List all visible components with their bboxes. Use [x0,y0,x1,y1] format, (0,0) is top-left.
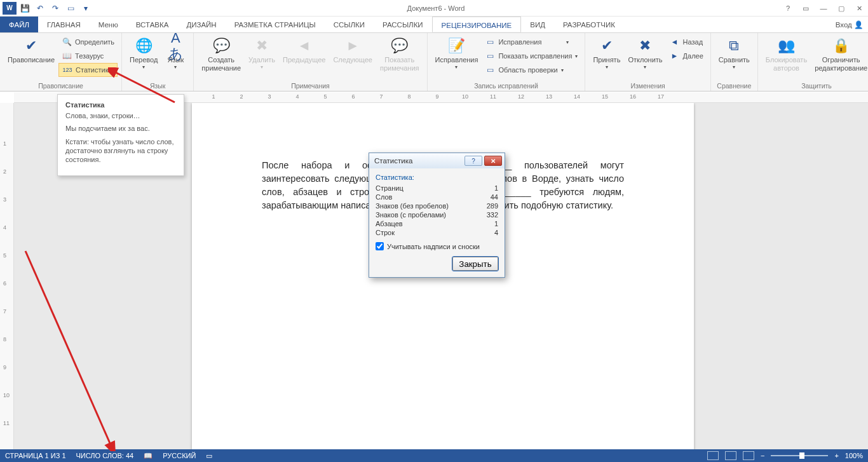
wordcount-tooltip: Статистика Слова, знаки, строки… Мы подс… [57,94,184,176]
view-web-layout-icon[interactable] [743,451,754,460]
zoom-out-button[interactable]: − [761,452,764,459]
new-comment-button[interactable]: 💬Создать примечание [198,34,245,80]
next-comment-icon: ► [342,36,363,56]
word-count-button[interactable]: 123Статистика [58,63,118,77]
status-page[interactable]: СТРАНИЦА 1 ИЗ 1 [5,452,66,459]
qat-dropdown-icon[interactable]: ▾ [79,2,93,15]
dialog-close-x-button[interactable]: ✕ [484,156,502,166]
markup-icon: ▭ [485,51,495,61]
group-compare: ⧉Сравнить▾ Сравнение [711,33,758,91]
tab-menu[interactable]: Меню [90,17,127,32]
minimize-icon[interactable]: — [815,2,832,15]
stat-row: Слов44 [376,193,498,201]
tab-page-layout[interactable]: РАЗМЕТКА СТРАНИЦЫ [226,17,325,32]
ribbon: ✔ Правописание 🔍Определить 📖Тезаурус 123… [0,33,868,92]
tab-review[interactable]: РЕЦЕНЗИРОВАНИЕ [432,17,522,32]
view-read-mode-icon[interactable] [725,451,736,460]
delete-comment-icon: ✖ [252,36,272,56]
reviewing-pane-dropdown[interactable]: ▭Область проверки ▾ [482,63,581,77]
translate-icon: 🌐 [133,36,154,56]
ribbon-tabs: ФАЙЛ ГЛАВНАЯ Меню ВСТАВКА ДИЗАЙН РАЗМЕТК… [0,17,868,33]
tab-file[interactable]: ФАЙЛ [0,17,38,32]
tooltip-line: Мы подсчитаем их за вас. [65,124,176,133]
help-icon[interactable]: ? [779,2,797,15]
define-button[interactable]: 🔍Определить [58,35,118,49]
tab-home[interactable]: ГЛАВНАЯ [38,17,90,32]
tab-developer[interactable]: РАЗРАБОТЧИК [554,17,624,32]
stat-value: 4 [494,229,498,236]
new-doc-icon[interactable]: ▭ [64,2,78,15]
zoom-slider[interactable] [771,455,828,456]
status-macro-icon[interactable]: ▭ [206,452,212,460]
dialog-section-header: Статистика: [376,173,498,181]
compare-icon: ⧉ [724,36,744,56]
stat-row: Страниц1 [376,184,498,193]
accept-icon: ✔ [597,36,617,56]
show-comments-icon: 💬 [390,36,410,56]
maximize-icon[interactable]: ▢ [832,2,850,15]
next-change-button[interactable]: ►Далее [667,49,707,63]
group-label-comments: Примечания [194,81,426,91]
previous-change-button[interactable]: ◄Назад [667,35,707,49]
stat-label: Абзацев [376,220,403,228]
delete-comment-button[interactable]: ✖Удалить▾ [245,34,279,80]
compare-button[interactable]: ⧉Сравнить▾ [715,34,754,80]
dialog-close-button[interactable]: Закрыть [452,257,498,271]
view-print-layout-icon[interactable] [707,451,719,460]
undo-icon[interactable]: ↶ [33,2,47,15]
group-language: 🌐Перевод▾ AあЯзык▾ Язык [122,33,194,91]
tab-view[interactable]: ВИД [521,17,554,32]
tab-mailings[interactable]: РАССЫЛКИ [374,17,432,32]
accept-button[interactable]: ✔Принять▾ [589,34,624,80]
stat-label: Страниц [376,184,403,192]
stat-row: Знаков (с пробелами)332 [376,210,498,219]
save-icon[interactable]: 💾 [18,2,32,15]
restrict-editing-button[interactable]: 🔒Ограничить редактирование [811,34,868,80]
status-word-count[interactable]: ЧИСЛО СЛОВ: 44 [76,452,134,459]
stat-row: Знаков (без пробелов)289 [376,201,498,210]
language-button[interactable]: AあЯзык▾ [161,34,189,80]
include-textboxes-input[interactable] [376,242,384,250]
prev-comment-button[interactable]: ◄Предыдущее [279,34,329,80]
pane-icon: ▭ [485,65,495,75]
show-comments-button[interactable]: 💬Показать примечания [376,34,423,80]
ribbon-options-icon[interactable]: ▭ [797,2,815,15]
close-icon[interactable]: ✕ [850,2,868,15]
window-controls: ? ▭ — ▢ ✕ [779,2,868,15]
language-icon: Aあ [165,36,186,56]
group-comments: 💬Создать примечание ✖Удалить▾ ◄Предыдуще… [194,33,427,91]
dialog-title-text: Статистика [374,157,463,165]
status-proof-icon[interactable]: 📖 [144,452,153,460]
stat-label: Слов [376,193,392,201]
stat-label: Строк [376,229,395,236]
zoom-in-button[interactable]: + [834,452,838,459]
translate-button[interactable]: 🌐Перевод▾ [126,34,161,80]
reject-button[interactable]: ✖Отклонить▾ [624,34,666,80]
dialog-help-button[interactable]: ? [465,156,482,166]
zoom-level[interactable]: 100% [845,452,863,459]
stat-value: 1 [494,220,498,228]
sign-in-link[interactable]: Вход 👤 [836,17,868,32]
thesaurus-button[interactable]: 📖Тезаурус [58,49,118,63]
status-language[interactable]: РУССКИЙ [163,452,196,459]
spelling-button[interactable]: ✔ Правописание [4,34,58,80]
ruler-vertical[interactable]: 123456789101112 [0,103,14,449]
prev-comment-icon: ◄ [294,36,315,56]
thesaurus-icon: 📖 [62,51,72,61]
display-for-review-dropdown[interactable]: ▭Исправления ▾ [482,35,581,49]
stat-label: Знаков (с пробелами) [376,211,446,219]
include-textboxes-checkbox[interactable]: Учитывать надписи и сноски [376,242,498,250]
tab-references[interactable]: ССЫЛКИ [325,17,374,32]
dialog-titlebar[interactable]: Статистика ? ✕ [369,153,505,168]
track-changes-button[interactable]: 📝Исправления▾ [431,34,482,80]
block-authors-button[interactable]: 👥Блокировать авторов [762,34,811,80]
next-icon: ► [670,51,680,61]
prev-icon: ◄ [670,37,680,47]
redo-icon[interactable]: ↷ [48,2,62,15]
show-markup-dropdown[interactable]: ▭Показать исправления ▾ [482,49,581,63]
tooltip-title: Статистика [65,101,176,109]
next-comment-button[interactable]: ►Следующее [329,34,376,80]
reject-icon: ✖ [635,36,655,56]
display-icon: ▭ [485,37,495,47]
stat-value: 289 [487,202,498,210]
